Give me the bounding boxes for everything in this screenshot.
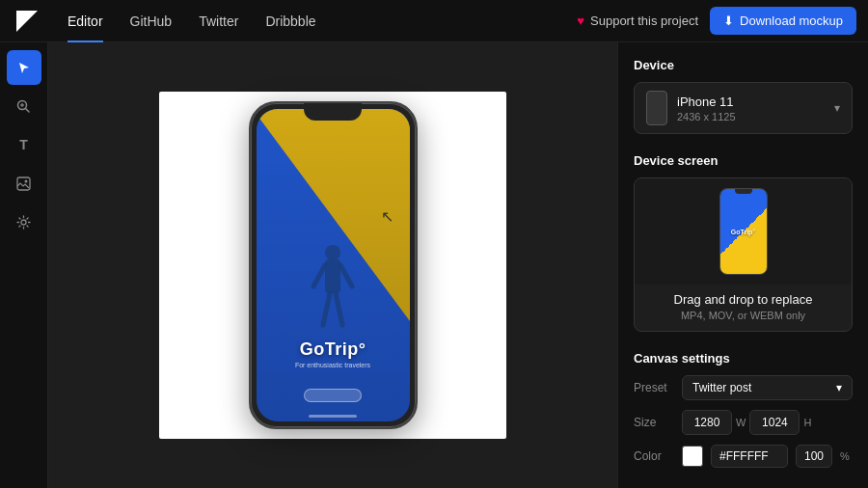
download-button[interactable]: ⬇ Download mockup — [710, 7, 856, 35]
sidebar-text-tool[interactable]: T — [7, 127, 41, 162]
app-tagline: For enthusiastic travelers — [295, 362, 370, 368]
height-input[interactable] — [749, 410, 800, 435]
sidebar-zoom-tool[interactable] — [7, 89, 41, 123]
nav-twitter[interactable]: Twitter — [185, 0, 252, 42]
nav-right: ♥ Support this project ⬇ Download mockup — [577, 7, 856, 35]
screen-preview: GoTrip° — [635, 178, 852, 285]
support-label: Support this project — [590, 14, 698, 28]
nav-github[interactable]: GitHub — [117, 0, 186, 42]
nav-links: Editor GitHub Twitter Dribbble — [54, 0, 577, 42]
screen-preview-content: GoTrip° — [720, 189, 767, 274]
support-button[interactable]: ♥ Support this project — [577, 14, 698, 28]
screen-drop-area[interactable]: GoTrip° Drag and drop to replace MP4, MO… — [634, 177, 853, 332]
opacity-unit: % — [840, 450, 850, 462]
logo — [12, 6, 42, 37]
phone-mockup: GoTrip° For enthusiastic travelers — [249, 101, 418, 429]
sidebar-image-tool[interactable] — [7, 166, 41, 201]
screen-preview-phone: GoTrip° — [719, 188, 768, 275]
preset-row: Preset Twitter post ▾ — [634, 375, 853, 400]
screen-preview-logo: GoTrip° — [731, 229, 755, 235]
device-section: Device iPhone 11 2436 x 1125 ▾ — [634, 58, 853, 134]
phone-screen: GoTrip° For enthusiastic travelers — [257, 109, 410, 421]
opacity-input[interactable] — [796, 445, 832, 468]
canvas-content: GoTrip° For enthusiastic travelers ↖ — [159, 92, 506, 439]
svg-point-8 — [325, 245, 340, 260]
svg-line-12 — [323, 293, 330, 325]
download-label: Download mockup — [740, 14, 843, 28]
preset-label: Preset — [634, 381, 674, 394]
color-swatch[interactable] — [682, 446, 703, 467]
heart-icon: ♥ — [577, 14, 584, 28]
text-icon: T — [19, 137, 28, 152]
preset-value: Twitter post — [692, 381, 751, 394]
color-label: Color — [634, 449, 674, 463]
canvas-settings-label: Canvas settings — [634, 351, 853, 366]
preset-select[interactable]: Twitter post ▾ — [682, 375, 853, 400]
device-chevron-icon: ▾ — [834, 101, 840, 115]
phone-notch — [304, 103, 362, 121]
screen-drop-text: Drag and drop to replace MP4, MOV, or WE… — [635, 285, 852, 331]
width-unit-label: W — [736, 417, 746, 428]
size-label: Size — [634, 416, 674, 429]
drop-subtitle: MP4, MOV, or WEBM only — [646, 310, 840, 321]
width-input[interactable] — [682, 410, 732, 435]
phone-outer: GoTrip° For enthusiastic travelers — [249, 101, 418, 429]
svg-point-6 — [25, 179, 28, 182]
phone-screen-content: GoTrip° For enthusiastic travelers — [257, 109, 410, 421]
device-info: iPhone 11 2436 x 1125 — [677, 95, 825, 122]
top-nav: Editor GitHub Twitter Dribbble ♥ Support… — [0, 0, 868, 42]
device-selector[interactable]: iPhone 11 2436 x 1125 ▾ — [634, 82, 853, 134]
svg-point-7 — [21, 220, 26, 225]
main-area: T — [0, 42, 868, 488]
sidebar-cursor-tool[interactable] — [7, 50, 41, 85]
canvas-area: GoTrip° For enthusiastic travelers ↖ — [48, 42, 617, 488]
canvas-settings-section: Canvas settings Preset Twitter post ▾ Si… — [634, 351, 853, 468]
screen-section: Device screen GoTrip° Drag and drop to r… — [634, 153, 853, 332]
color-inputs: % — [682, 445, 853, 468]
sidebar-settings-tool[interactable] — [7, 204, 41, 239]
preset-chevron-icon: ▾ — [836, 381, 842, 394]
device-thumbnail — [646, 91, 667, 125]
svg-line-11 — [340, 265, 352, 286]
device-section-label: Device — [634, 58, 853, 72]
svg-line-10 — [313, 265, 325, 286]
download-icon: ⬇ — [723, 14, 734, 28]
svg-line-13 — [336, 293, 342, 325]
nav-editor[interactable]: Editor — [54, 0, 117, 42]
left-sidebar: T — [0, 42, 48, 488]
app-logo-text: GoTrip° — [300, 339, 366, 360]
size-row: Size W H — [634, 410, 853, 435]
svg-line-2 — [26, 108, 30, 112]
right-panel: Device iPhone 11 2436 x 1125 ▾ Device sc… — [617, 42, 868, 488]
app-pill-button — [304, 389, 362, 402]
height-unit-label: H — [803, 417, 811, 428]
screen-preview-notch — [735, 189, 752, 194]
app-logo-area: GoTrip° For enthusiastic travelers — [257, 339, 410, 368]
svg-marker-0 — [16, 11, 38, 32]
color-hex-input[interactable] — [711, 445, 788, 468]
svg-rect-9 — [325, 259, 340, 293]
screen-section-label: Device screen — [634, 153, 853, 168]
device-resolution: 2436 x 1125 — [677, 111, 825, 122]
device-name: iPhone 11 — [677, 95, 825, 109]
size-inputs: W H — [682, 410, 853, 435]
drop-title: Drag and drop to replace — [646, 292, 840, 307]
phone-home-bar — [309, 415, 357, 418]
nav-dribbble[interactable]: Dribbble — [252, 0, 329, 42]
color-row: Color % — [634, 445, 853, 468]
